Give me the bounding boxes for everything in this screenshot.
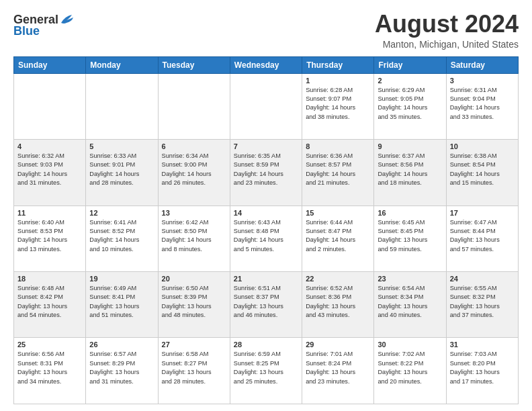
calendar-day-cell: 4Sunrise: 6:32 AM Sunset: 9:03 PM Daylig… (14, 140, 86, 205)
calendar-day-cell: 11Sunrise: 6:40 AM Sunset: 8:53 PM Dayli… (14, 205, 86, 271)
day-number: 14 (234, 209, 298, 217)
day-info: Sunrise: 6:28 AM Sunset: 9:07 PM Dayligh… (306, 86, 370, 122)
day-number: 17 (450, 209, 515, 217)
day-number: 6 (162, 142, 226, 150)
day-info: Sunrise: 6:44 AM Sunset: 8:47 PM Dayligh… (306, 218, 370, 254)
day-number: 1 (306, 77, 370, 85)
day-number: 3 (450, 77, 515, 85)
day-number: 15 (306, 209, 370, 217)
day-number: 25 (17, 340, 82, 349)
calendar-day-cell: 17Sunrise: 6:47 AM Sunset: 8:44 PM Dayli… (446, 205, 518, 271)
calendar-day-header: Tuesday (158, 56, 230, 73)
calendar-day-cell: 2Sunrise: 6:29 AM Sunset: 9:05 PM Daylig… (374, 73, 446, 139)
day-info: Sunrise: 7:03 AM Sunset: 8:20 PM Dayligh… (450, 350, 515, 385)
day-number: 19 (89, 275, 154, 283)
calendar-day-cell: 15Sunrise: 6:44 AM Sunset: 8:47 PM Dayli… (302, 205, 374, 271)
day-info: Sunrise: 6:57 AM Sunset: 8:29 PM Dayligh… (89, 350, 154, 385)
calendar-week-row: 4Sunrise: 6:32 AM Sunset: 9:03 PM Daylig… (14, 140, 519, 205)
calendar-day-header: Thursday (302, 56, 374, 73)
day-info: Sunrise: 6:58 AM Sunset: 8:27 PM Dayligh… (162, 350, 226, 385)
calendar-empty-cell (158, 73, 230, 139)
day-info: Sunrise: 6:35 AM Sunset: 8:59 PM Dayligh… (234, 152, 298, 187)
day-number: 12 (89, 209, 154, 217)
logo-blue-text: Blue (13, 24, 40, 38)
day-info: Sunrise: 7:02 AM Sunset: 8:22 PM Dayligh… (378, 350, 442, 385)
day-number: 20 (162, 275, 226, 283)
day-info: Sunrise: 6:49 AM Sunset: 8:41 PM Dayligh… (89, 284, 154, 320)
calendar-day-header: Monday (86, 56, 158, 73)
calendar-day-cell: 8Sunrise: 6:36 AM Sunset: 8:57 PM Daylig… (302, 140, 374, 205)
day-info: Sunrise: 6:36 AM Sunset: 8:57 PM Dayligh… (306, 152, 370, 187)
calendar-day-cell: 14Sunrise: 6:43 AM Sunset: 8:48 PM Dayli… (230, 205, 302, 271)
calendar-week-row: 25Sunrise: 6:56 AM Sunset: 8:31 PM Dayli… (14, 338, 519, 404)
day-info: Sunrise: 6:56 AM Sunset: 8:31 PM Dayligh… (17, 350, 82, 385)
calendar-day-cell: 16Sunrise: 6:45 AM Sunset: 8:45 PM Dayli… (374, 205, 446, 271)
calendar-day-header: Friday (374, 56, 446, 73)
day-number: 24 (450, 275, 515, 283)
day-number: 26 (89, 340, 154, 349)
day-info: Sunrise: 6:54 AM Sunset: 8:34 PM Dayligh… (378, 284, 442, 320)
calendar-empty-cell (86, 73, 158, 139)
calendar-table: SundayMondayTuesdayWednesdayThursdayFrid… (13, 56, 519, 404)
calendar-week-row: 11Sunrise: 6:40 AM Sunset: 8:53 PM Dayli… (14, 205, 519, 271)
day-number: 11 (17, 209, 82, 217)
day-info: Sunrise: 6:59 AM Sunset: 8:25 PM Dayligh… (234, 350, 298, 385)
calendar-day-cell: 28Sunrise: 6:59 AM Sunset: 8:25 PM Dayli… (230, 338, 302, 404)
logo: General Blue (13, 13, 75, 38)
day-info: Sunrise: 6:41 AM Sunset: 8:52 PM Dayligh… (89, 218, 154, 254)
day-number: 30 (378, 340, 442, 349)
calendar-day-cell: 25Sunrise: 6:56 AM Sunset: 8:31 PM Dayli… (14, 338, 86, 404)
calendar-week-row: 1Sunrise: 6:28 AM Sunset: 9:07 PM Daylig… (14, 73, 519, 139)
calendar-day-cell: 19Sunrise: 6:49 AM Sunset: 8:41 PM Dayli… (86, 272, 158, 338)
day-number: 7 (234, 142, 298, 150)
day-info: Sunrise: 6:40 AM Sunset: 8:53 PM Dayligh… (17, 218, 82, 254)
day-number: 9 (378, 142, 442, 150)
calendar-day-cell: 21Sunrise: 6:51 AM Sunset: 8:37 PM Dayli… (230, 272, 302, 338)
day-number: 22 (306, 275, 370, 283)
calendar-day-cell: 23Sunrise: 6:54 AM Sunset: 8:34 PM Dayli… (374, 272, 446, 338)
calendar-day-cell: 12Sunrise: 6:41 AM Sunset: 8:52 PM Dayli… (86, 205, 158, 271)
calendar-day-cell: 20Sunrise: 6:50 AM Sunset: 8:39 PM Dayli… (158, 272, 230, 338)
day-info: Sunrise: 6:32 AM Sunset: 9:03 PM Dayligh… (17, 152, 82, 187)
calendar-day-cell: 26Sunrise: 6:57 AM Sunset: 8:29 PM Dayli… (86, 338, 158, 404)
day-number: 21 (234, 275, 298, 283)
calendar-day-cell: 31Sunrise: 7:03 AM Sunset: 8:20 PM Dayli… (446, 338, 518, 404)
day-number: 16 (378, 209, 442, 217)
day-info: Sunrise: 6:34 AM Sunset: 9:00 PM Dayligh… (162, 152, 226, 187)
calendar-day-cell: 6Sunrise: 6:34 AM Sunset: 9:00 PM Daylig… (158, 140, 230, 205)
day-number: 4 (17, 142, 82, 150)
calendar-empty-cell (230, 73, 302, 139)
day-number: 27 (162, 340, 226, 349)
calendar-day-cell: 30Sunrise: 7:02 AM Sunset: 8:22 PM Dayli… (374, 338, 446, 404)
day-info: Sunrise: 6:43 AM Sunset: 8:48 PM Dayligh… (234, 218, 298, 254)
day-number: 13 (162, 209, 226, 217)
day-info: Sunrise: 6:51 AM Sunset: 8:37 PM Dayligh… (234, 284, 298, 320)
day-number: 31 (450, 340, 515, 349)
day-number: 2 (378, 77, 442, 85)
day-info: Sunrise: 6:47 AM Sunset: 8:44 PM Dayligh… (450, 218, 515, 254)
calendar-day-cell: 13Sunrise: 6:42 AM Sunset: 8:50 PM Dayli… (158, 205, 230, 271)
calendar-day-cell: 10Sunrise: 6:38 AM Sunset: 8:54 PM Dayli… (446, 140, 518, 205)
calendar-day-cell: 1Sunrise: 6:28 AM Sunset: 9:07 PM Daylig… (302, 73, 374, 139)
day-number: 28 (234, 340, 298, 349)
day-info: Sunrise: 6:42 AM Sunset: 8:50 PM Dayligh… (162, 218, 226, 254)
day-number: 8 (306, 142, 370, 150)
day-number: 23 (378, 275, 442, 283)
header: General Blue August 2024 Manton, Michiga… (13, 11, 519, 50)
page: General Blue August 2024 Manton, Michiga… (0, 0, 532, 411)
day-info: Sunrise: 6:38 AM Sunset: 8:54 PM Dayligh… (450, 152, 515, 187)
day-info: Sunrise: 6:52 AM Sunset: 8:36 PM Dayligh… (306, 284, 370, 320)
calendar-day-cell: 7Sunrise: 6:35 AM Sunset: 8:59 PM Daylig… (230, 140, 302, 205)
calendar-day-header: Saturday (446, 56, 518, 73)
day-info: Sunrise: 6:33 AM Sunset: 9:01 PM Dayligh… (89, 152, 154, 187)
day-number: 29 (306, 340, 370, 349)
calendar-day-cell: 18Sunrise: 6:48 AM Sunset: 8:42 PM Dayli… (14, 272, 86, 338)
logo-bird-icon (60, 13, 75, 26)
day-info: Sunrise: 6:45 AM Sunset: 8:45 PM Dayligh… (378, 218, 442, 254)
calendar-day-header: Wednesday (230, 56, 302, 73)
title-area: August 2024 Manton, Michigan, United Sta… (375, 11, 519, 50)
day-info: Sunrise: 6:50 AM Sunset: 8:39 PM Dayligh… (162, 284, 226, 320)
location: Manton, Michigan, United States (375, 39, 519, 50)
day-info: Sunrise: 7:01 AM Sunset: 8:24 PM Dayligh… (306, 350, 370, 385)
calendar-day-cell: 22Sunrise: 6:52 AM Sunset: 8:36 PM Dayli… (302, 272, 374, 338)
